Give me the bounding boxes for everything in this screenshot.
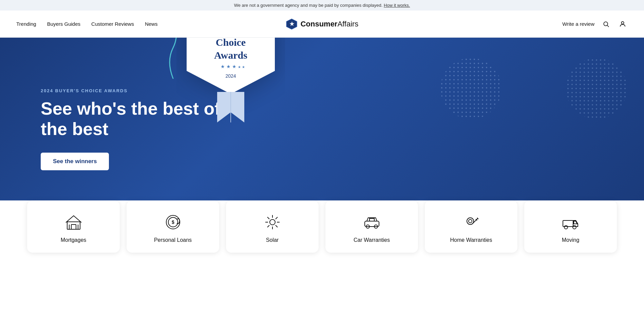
category-mortgages[interactable]: Mortgages: [27, 200, 120, 253]
svg-rect-42: [365, 221, 379, 227]
category-moving[interactable]: Moving: [524, 200, 617, 253]
solar-icon: [263, 213, 282, 232]
svg-rect-52: [563, 220, 573, 227]
write-review-button[interactable]: Write a review: [562, 21, 594, 27]
svg-point-33: [270, 219, 275, 225]
home-warranties-label: Home Warranties: [450, 237, 492, 243]
svg-text:Choice: Choice: [216, 38, 246, 48]
banner-text: We are not a government agency and may b…: [234, 3, 383, 8]
hero-circle-dots: [563, 55, 630, 124]
svg-line-40: [276, 217, 278, 219]
category-solar[interactable]: Solar: [226, 200, 319, 253]
nav-buyers-guides[interactable]: Buyers Guides: [47, 21, 80, 27]
svg-text:2024: 2024: [225, 73, 236, 79]
nav-trending[interactable]: Trending: [16, 21, 36, 27]
svg-text:Awards: Awards: [214, 50, 247, 61]
how-it-works-link[interactable]: How it works.: [384, 3, 410, 8]
car-warranties-icon: [362, 213, 381, 232]
search-button[interactable]: [601, 19, 611, 29]
svg-text:★: ★: [238, 65, 241, 69]
svg-rect-7: [440, 58, 501, 119]
car-warranties-label: Car Warranties: [354, 237, 390, 243]
svg-line-38: [267, 217, 269, 219]
header-right: Write a review: [562, 19, 628, 29]
top-banner: We are not a government agency and may b…: [0, 0, 644, 11]
hero-section: 2024 BUYER'S CHOICE AWARDS See who's the…: [0, 38, 644, 221]
home-warranties-icon: [462, 213, 481, 232]
svg-rect-46: [370, 218, 374, 221]
svg-text:★: ★: [226, 64, 231, 69]
award-badge: ★ ConsumerAffairs Buyer's Choice Awards …: [176, 38, 292, 129]
nav-news[interactable]: News: [145, 21, 158, 27]
logo-text: ConsumerAffairs: [301, 20, 359, 28]
svg-line-41: [267, 225, 269, 227]
award-badge-svg: ★ ConsumerAffairs Buyer's Choice Awards …: [176, 38, 285, 129]
svg-point-48: [469, 219, 472, 223]
mortgages-icon: [64, 213, 83, 232]
hero-dots-decoration: [440, 58, 501, 120]
moving-icon: [561, 213, 580, 232]
search-icon: [603, 21, 609, 27]
svg-line-39: [276, 225, 278, 227]
see-winners-button[interactable]: See the winners: [41, 153, 109, 170]
svg-point-5: [621, 21, 624, 24]
category-personal-loans[interactable]: $ Personal Loans: [127, 200, 219, 253]
svg-rect-25: [563, 55, 630, 122]
mortgages-label: Mortgages: [61, 237, 87, 243]
svg-text:$: $: [172, 219, 174, 225]
svg-rect-27: [71, 225, 76, 229]
user-account-button[interactable]: [618, 19, 628, 29]
svg-text:★: ★: [232, 64, 236, 69]
logo-badge-icon: ★: [286, 18, 298, 30]
svg-point-54: [573, 226, 576, 229]
svg-text:★: ★: [289, 21, 295, 27]
user-icon: [619, 20, 626, 28]
svg-text:★: ★: [242, 65, 245, 69]
moving-label: Moving: [562, 237, 580, 243]
svg-point-53: [564, 226, 568, 229]
nav-customer-reviews[interactable]: Customer Reviews: [91, 21, 134, 27]
categories-grid: Mortgages $ Personal Loans: [27, 200, 617, 253]
category-home-warranties[interactable]: Home Warranties: [425, 200, 517, 253]
svg-point-3: [604, 22, 608, 26]
hero-squiggle-decoration: [163, 38, 183, 82]
personal-loans-label: Personal Loans: [154, 237, 192, 243]
solar-label: Solar: [266, 237, 279, 243]
category-car-warranties[interactable]: Car Warranties: [325, 200, 418, 253]
header: Trending Buyers Guides Customer Reviews …: [0, 11, 644, 38]
svg-text:★: ★: [221, 64, 225, 69]
personal-loans-icon: $: [164, 213, 183, 232]
svg-line-4: [607, 25, 609, 27]
site-logo[interactable]: ★ ConsumerAffairs: [286, 18, 359, 30]
categories-section: Mortgages $ Personal Loans: [0, 200, 644, 266]
main-nav: Trending Buyers Guides Customer Reviews …: [16, 21, 157, 27]
